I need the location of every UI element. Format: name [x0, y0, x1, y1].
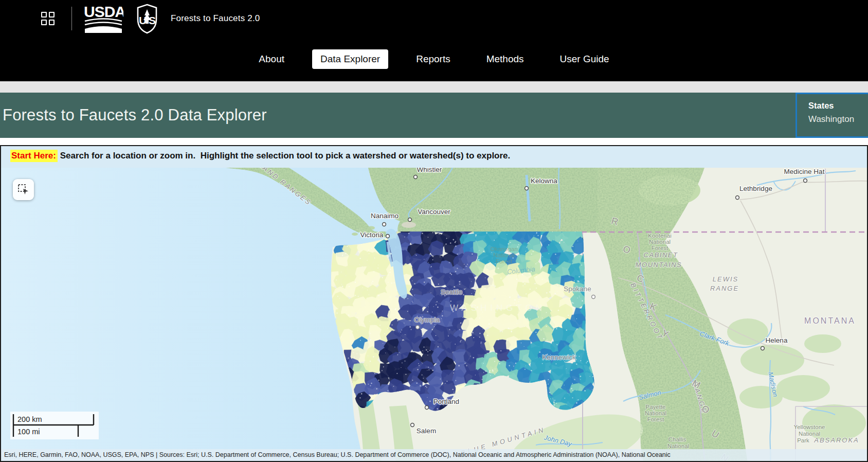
city-marker: [425, 406, 429, 410]
svg-text:USDA: USDA: [84, 4, 123, 20]
map-label: Okanogan: [490, 246, 517, 252]
gap: [0, 138, 868, 145]
map-label: Lethbridge: [739, 185, 772, 192]
map-label: Helena: [766, 336, 788, 344]
city-marker: [525, 187, 529, 190]
map-label: Forest: [496, 258, 513, 264]
map-label: Portland: [433, 398, 459, 405]
map-label: MOUNTAINS: [636, 261, 682, 269]
map-label: Kelowna: [531, 177, 557, 185]
city-marker: [414, 175, 418, 179]
states-panel-value: Washington: [808, 114, 868, 125]
map-label: Forest: [647, 416, 664, 422]
map-label: Vancouver: [418, 208, 450, 216]
app-title: Forests to Faucets 2.0: [171, 13, 260, 24]
map-label: Medicine Hat: [784, 168, 825, 175]
map-label: MONTANA: [804, 316, 856, 325]
instruction-bar: Start Here: Search for a location or zoo…: [1, 146, 867, 161]
map-label: Olympia: [414, 316, 440, 324]
map-label: Salem: [417, 427, 436, 435]
city-marker: [761, 347, 765, 350]
states-panel-label: States: [808, 101, 868, 111]
map-label: Spokane: [564, 285, 591, 293]
page-banner: Forests to Faucets 2.0 Data Explorer Sta…: [0, 93, 868, 138]
nav-user-guide[interactable]: User Guide: [552, 49, 618, 69]
scale-km-label: 200 km: [17, 415, 42, 423]
page-title: Forests to Faucets 2.0 Data Explorer: [0, 93, 868, 138]
map-label: Park: [797, 437, 809, 443]
map-label: Yellowstone: [794, 424, 825, 430]
city-marker: [411, 423, 414, 427]
states-selection-panel[interactable]: States Washington: [795, 93, 868, 138]
city-marker: [592, 295, 595, 299]
map-label: National: [645, 410, 666, 416]
nav-methods[interactable]: Methods: [478, 49, 532, 69]
map-label: National: [493, 252, 515, 258]
app-launcher-grid-icon[interactable]: [41, 12, 55, 25]
map-label: WASHINGTON: [450, 303, 546, 313]
city-marker: [416, 326, 420, 329]
instruction-text: Search for a location or zoom in. Highli…: [58, 151, 510, 161]
map-label: Kootenai: [648, 233, 671, 239]
map-canvas[interactable]: MONTANAWASHINGTONCABINETMOUNTAINSLEWISRA…: [1, 168, 867, 461]
usda-logo: USDA: [83, 4, 123, 33]
header-divider: [71, 7, 72, 30]
map-label: National: [667, 443, 689, 449]
nav-about[interactable]: About: [250, 49, 293, 69]
map-label: Whistler: [417, 168, 442, 173]
main-nav: AboutData ExplorerReportsMethodsUser Gui…: [0, 37, 868, 81]
map-label: CABINET: [644, 251, 678, 259]
rectangle-select-cursor-icon: [17, 184, 30, 196]
scale-bar: 200 km 100 mi: [10, 412, 99, 439]
map-label: National: [649, 239, 671, 245]
map-label: ABSAROKA: [813, 436, 859, 444]
map-label: Payette: [646, 404, 666, 410]
start-here-highlight: Start Here:: [10, 150, 58, 162]
app-header: USDA U S Forests to Faucets 2.0: [0, 0, 868, 37]
selection-tool-button[interactable]: [13, 179, 34, 200]
svg-text:U: U: [139, 14, 147, 26]
data-explorer-panel: Start Here: Search for a location or zoo…: [0, 145, 868, 462]
separator-strip: [0, 81, 868, 93]
map-label: Nanaimo: [371, 212, 399, 220]
map-attribution: Esri, HERE, Garmin, FAO, NOAA, USGS, EPA…: [1, 449, 867, 461]
city-marker: [386, 235, 390, 238]
scale-mi-label: 100 mi: [17, 428, 40, 436]
map-svg[interactable]: MONTANAWASHINGTONCABINETMOUNTAINSLEWISRA…: [1, 168, 867, 461]
nav-data-explorer[interactable]: Data Explorer: [312, 49, 388, 69]
svg-text:S: S: [149, 14, 156, 26]
city-marker: [736, 196, 739, 200]
map-label: Victoria: [360, 231, 384, 239]
map-label: Challis: [668, 436, 686, 442]
map-label: Forest: [652, 245, 668, 251]
map-label: RANGE: [710, 285, 739, 292]
city-marker: [383, 223, 386, 226]
map-label: Kennewick: [542, 353, 576, 361]
map-label: Seattle: [441, 288, 462, 296]
map-label: LEWIS: [713, 275, 738, 283]
forest-service-shield-icon: U S: [135, 3, 159, 34]
city-marker: [408, 218, 412, 222]
nav-reports[interactable]: Reports: [408, 49, 459, 69]
city-marker: [804, 179, 807, 183]
